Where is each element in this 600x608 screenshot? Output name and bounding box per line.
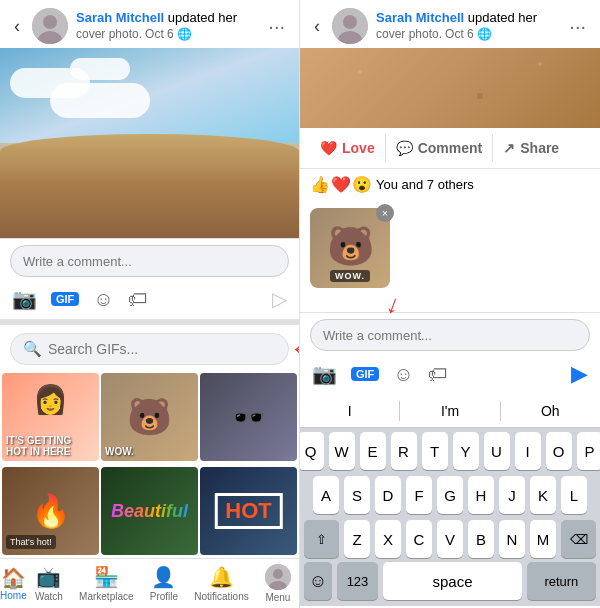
bear-wow-icon: 🐻 xyxy=(327,224,374,268)
emoji-icon-right[interactable]: ☺ xyxy=(393,363,413,386)
send-button-right[interactable]: ▶ xyxy=(571,361,588,387)
key-n[interactable]: N xyxy=(499,520,525,558)
notifications-label: Notifications xyxy=(194,591,248,602)
key-q[interactable]: Q xyxy=(300,432,324,470)
key-z[interactable]: Z xyxy=(344,520,370,558)
key-y[interactable]: Y xyxy=(453,432,479,470)
red-arrow-left: ← xyxy=(289,333,300,365)
share-icon: ↗ xyxy=(503,140,515,156)
nav-home[interactable]: 🏠 Home xyxy=(0,566,27,601)
watch-label: Watch xyxy=(35,591,63,602)
key-space[interactable]: space xyxy=(383,562,522,600)
man-shades: 🕶️ xyxy=(231,401,266,434)
likes-text: You and 7 others xyxy=(376,177,474,192)
toolbar-left: 📷 GIF ☺ 🏷 ▷ xyxy=(0,283,299,319)
key-f[interactable]: F xyxy=(406,476,432,514)
gif-label-0: IT'S GETTINGHOT IN HERE xyxy=(6,435,71,457)
gif-button-left[interactable]: GIF xyxy=(51,292,79,306)
gif-item-0[interactable]: 👩 IT'S GETTINGHOT IN HERE xyxy=(2,373,99,461)
comment-bar-right xyxy=(300,312,600,357)
key-a[interactable]: A xyxy=(313,476,339,514)
gif-close-button[interactable]: × xyxy=(376,204,394,222)
comment-input-right[interactable] xyxy=(310,319,590,351)
keyboard-row-2: A S D F G H J K L xyxy=(300,472,600,516)
key-g[interactable]: G xyxy=(437,476,463,514)
globe-icon-right: 🌐 xyxy=(477,27,492,43)
comment-button[interactable]: 💬 Comment xyxy=(386,134,494,162)
sticker-icon-left[interactable]: 🏷 xyxy=(128,288,148,311)
like-emoji: 👍 xyxy=(310,175,330,194)
key-emoji[interactable]: ☺ xyxy=(304,562,332,600)
key-w[interactable]: W xyxy=(329,432,355,470)
key-c[interactable]: C xyxy=(406,520,432,558)
key-d[interactable]: D xyxy=(375,476,401,514)
user-name-right: Sarah Mitchell xyxy=(376,10,464,25)
share-button[interactable]: ↗ Share xyxy=(493,134,569,162)
key-backspace[interactable]: ⌫ xyxy=(561,520,596,558)
key-l[interactable]: L xyxy=(561,476,587,514)
key-h[interactable]: H xyxy=(468,476,494,514)
keyboard-row-3: ⇧ Z X C V B N M ⌫ xyxy=(300,516,600,560)
wow-emoji: 😮 xyxy=(352,175,372,194)
key-o[interactable]: O xyxy=(546,432,572,470)
gif-search-input[interactable] xyxy=(48,341,276,357)
post-header-text-left: Sarah Mitchell updated her cover photo. … xyxy=(76,10,256,42)
nav-menu[interactable]: Menu xyxy=(257,560,299,607)
gif-preview-area: 🐻 WOW. × ↓ xyxy=(300,200,600,296)
key-t[interactable]: T xyxy=(422,432,448,470)
key-u[interactable]: U xyxy=(484,432,510,470)
key-p[interactable]: P xyxy=(577,432,601,470)
comment-bar-left xyxy=(0,238,299,283)
suggestion-2[interactable]: Oh xyxy=(501,401,600,421)
home-label: Home xyxy=(0,590,27,601)
comment-input-left[interactable] xyxy=(10,245,289,277)
gif-item-2[interactable]: 🕶️ xyxy=(200,373,297,461)
emoji-icon-left[interactable]: ☺ xyxy=(93,288,113,311)
heart-icon: ❤️ xyxy=(320,140,337,156)
woman-figure: 👩 xyxy=(33,383,68,416)
key-s[interactable]: S xyxy=(344,476,370,514)
keyboard-suggestions: I I'm Oh xyxy=(300,395,600,428)
key-b[interactable]: B xyxy=(468,520,494,558)
suggestion-1[interactable]: I'm xyxy=(400,401,500,421)
gif-item-4[interactable]: Beautiful xyxy=(101,467,198,555)
key-123[interactable]: 123 xyxy=(337,562,379,600)
camera-icon-right[interactable]: 📷 xyxy=(312,362,337,386)
nav-marketplace[interactable]: 🏪 Marketplace xyxy=(71,561,141,606)
thats-hot-label: That's hot! xyxy=(6,535,56,549)
love-label: Love xyxy=(342,140,375,156)
svg-point-7 xyxy=(343,15,357,29)
camera-icon-left[interactable]: 📷 xyxy=(12,287,37,311)
beautiful-text: Beautiful xyxy=(111,500,188,521)
nav-watch[interactable]: 📺 Watch xyxy=(27,561,71,606)
key-return[interactable]: return xyxy=(527,562,596,600)
globe-icon-left: 🌐 xyxy=(177,27,192,43)
notifications-icon: 🔔 xyxy=(209,565,234,589)
nav-profile[interactable]: 👤 Profile xyxy=(142,561,186,606)
gif-button-right[interactable]: GIF xyxy=(351,367,379,381)
more-button-left[interactable]: ··· xyxy=(264,15,289,38)
key-r[interactable]: R xyxy=(391,432,417,470)
key-m[interactable]: M xyxy=(530,520,556,558)
keyboard-row-1: Q W E R T Y U I O P xyxy=(300,428,600,472)
gif-item-3[interactable]: That's hot! 🔥 xyxy=(2,467,99,555)
nav-notifications[interactable]: 🔔 Notifications xyxy=(186,561,256,606)
bear-face-small: 🐻 xyxy=(127,396,172,438)
key-k[interactable]: K xyxy=(530,476,556,514)
gif-item-5[interactable]: HOT xyxy=(200,467,297,555)
key-v[interactable]: V xyxy=(437,520,463,558)
sticker-icon-right[interactable]: 🏷 xyxy=(428,363,448,386)
key-e[interactable]: E xyxy=(360,432,386,470)
key-j[interactable]: J xyxy=(499,476,525,514)
suggestion-0[interactable]: I xyxy=(300,401,400,421)
gif-item-1[interactable]: 🐻 WOW. xyxy=(101,373,198,461)
more-button-right[interactable]: ··· xyxy=(565,15,590,38)
send-icon-left[interactable]: ▷ xyxy=(272,287,287,311)
gif-label-1: WOW. xyxy=(105,446,134,457)
back-button-right[interactable]: ‹ xyxy=(310,16,324,37)
key-shift[interactable]: ⇧ xyxy=(304,520,339,558)
key-i[interactable]: I xyxy=(515,432,541,470)
key-x[interactable]: X xyxy=(375,520,401,558)
back-button-left[interactable]: ‹ xyxy=(10,16,24,37)
love-button[interactable]: ❤️ Love xyxy=(310,134,386,162)
